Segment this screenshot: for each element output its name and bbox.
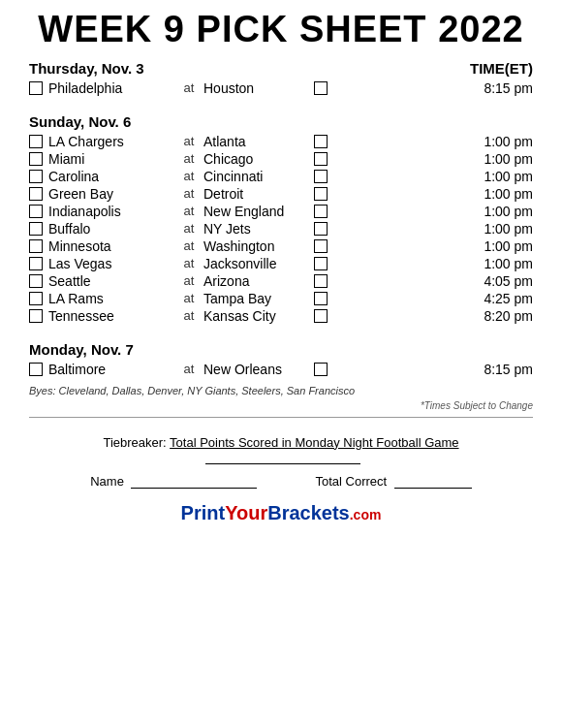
at-separator: at <box>174 308 203 323</box>
game-time: 8:15 pm <box>328 362 533 377</box>
home-team-checkbox[interactable] <box>29 239 43 253</box>
home-team-name: Buffalo <box>48 221 174 237</box>
game-time: 1:00 pm <box>328 169 533 184</box>
at-separator: at <box>174 204 203 218</box>
away-team-name: Chicago <box>203 151 310 167</box>
at-separator: at <box>174 221 203 236</box>
home-team-name: Indianapolis <box>48 204 174 219</box>
home-team-checkbox[interactable] <box>29 309 43 323</box>
game-row: MiamiatChicago1:00 pm <box>29 151 533 167</box>
game-time: 4:05 pm <box>328 273 533 289</box>
section-header-label: Sunday, Nov. 6 <box>29 113 131 130</box>
home-team-checkbox[interactable] <box>29 187 43 201</box>
total-input-line <box>394 488 472 489</box>
at-separator: at <box>174 291 203 305</box>
away-team-checkbox[interactable] <box>314 170 328 183</box>
name-input-line <box>131 488 257 489</box>
footer-brand: PrintYourBrackets.com <box>29 502 533 524</box>
game-time: 4:25 pm <box>328 291 533 306</box>
game-row: LA ChargersatAtlanta1:00 pm <box>29 134 533 149</box>
home-team-checkbox[interactable] <box>29 292 43 305</box>
at-separator: at <box>174 151 203 166</box>
away-team-name: Houston <box>203 80 310 96</box>
home-team-name: LA Rams <box>48 291 174 306</box>
page-title: WEEK 9 PICK SHEET 2022 <box>29 10 533 50</box>
home-team-name: Tennessee <box>48 308 174 324</box>
away-team-name: Cincinnati <box>203 169 310 184</box>
away-team-name: Atlanta <box>203 134 310 149</box>
away-team-name: Detroit <box>203 186 310 202</box>
game-time: 8:20 pm <box>328 308 533 324</box>
home-team-checkbox[interactable] <box>29 170 43 183</box>
brand-your: Your <box>225 502 267 523</box>
game-time: 1:00 pm <box>328 186 533 202</box>
home-team-checkbox[interactable] <box>29 205 43 218</box>
away-team-name: New Orleans <box>203 362 310 377</box>
game-row: SeattleatArizona4:05 pm <box>29 273 533 289</box>
section-header: Sunday, Nov. 6 <box>29 113 533 130</box>
at-separator: at <box>174 186 203 201</box>
away-team-checkbox[interactable] <box>314 292 328 305</box>
away-team-checkbox[interactable] <box>314 239 328 253</box>
home-team-checkbox[interactable] <box>29 81 43 95</box>
away-team-checkbox[interactable] <box>314 81 328 95</box>
at-separator: at <box>174 238 203 253</box>
home-team-name: Carolina <box>48 169 174 184</box>
game-time: 1:00 pm <box>328 238 533 254</box>
home-team-checkbox[interactable] <box>29 135 43 148</box>
home-team-checkbox[interactable] <box>29 152 43 166</box>
section-header: Monday, Nov. 7 <box>29 341 533 358</box>
times-subject-text: *Times Subject to Change <box>29 400 533 411</box>
tiebreaker-label: Tiebreaker: <box>103 435 170 450</box>
away-team-name: Tampa Bay <box>203 291 310 306</box>
away-team-name: Kansas City <box>203 308 310 324</box>
section-header: Thursday, Nov. 3TIME(ET) <box>29 60 533 77</box>
game-row: TennesseeatKansas City8:20 pm <box>29 308 533 324</box>
away-team-name: Jacksonville <box>203 256 310 271</box>
game-row: Green BayatDetroit1:00 pm <box>29 186 533 202</box>
away-team-name: NY Jets <box>203 221 310 237</box>
away-team-checkbox[interactable] <box>314 152 328 166</box>
home-team-name: Philadelphia <box>48 80 174 96</box>
away-team-name: Arizona <box>203 273 310 289</box>
game-time: 1:00 pm <box>328 134 533 149</box>
game-row: Las VegasatJacksonville1:00 pm <box>29 256 533 271</box>
away-team-checkbox[interactable] <box>314 187 328 201</box>
home-team-checkbox[interactable] <box>29 274 43 288</box>
away-team-checkbox[interactable] <box>314 257 328 270</box>
at-separator: at <box>174 362 203 376</box>
away-team-checkbox[interactable] <box>314 222 328 236</box>
byes-text: Byes: Cleveland, Dallas, Denver, NY Gian… <box>29 385 533 396</box>
brand-dotcom: .com <box>350 507 382 522</box>
home-team-name: LA Chargers <box>48 134 174 149</box>
home-team-name: Seattle <box>48 273 174 289</box>
name-total-row: Name Total Correct <box>29 474 533 489</box>
away-team-checkbox[interactable] <box>314 274 328 288</box>
game-time: 1:00 pm <box>328 221 533 237</box>
at-separator: at <box>174 134 203 148</box>
at-separator: at <box>174 80 203 95</box>
game-row: IndianapolisatNew England1:00 pm <box>29 204 533 219</box>
brand-brackets: Brackets <box>267 502 350 523</box>
game-row: MinnesotaatWashington1:00 pm <box>29 238 533 254</box>
away-team-checkbox[interactable] <box>314 309 328 323</box>
at-separator: at <box>174 273 203 288</box>
home-team-checkbox[interactable] <box>29 222 43 236</box>
home-team-checkbox[interactable] <box>29 363 43 376</box>
game-time: 8:15 pm <box>328 80 533 96</box>
home-team-checkbox[interactable] <box>29 257 43 270</box>
section-header-label: Thursday, Nov. 3 <box>29 60 144 77</box>
game-time: 1:00 pm <box>328 151 533 167</box>
away-team-name: Washington <box>203 238 310 254</box>
tiebreaker-text: Total Points Scored in Monday Night Foot… <box>170 435 458 450</box>
brand-print: Print <box>181 502 226 523</box>
at-separator: at <box>174 256 203 270</box>
away-team-checkbox[interactable] <box>314 205 328 218</box>
away-team-checkbox[interactable] <box>314 363 328 376</box>
time-header-label: TIME(ET) <box>470 60 533 77</box>
home-team-name: Minnesota <box>48 238 174 254</box>
home-team-name: Green Bay <box>48 186 174 202</box>
home-team-name: Baltimore <box>48 362 174 377</box>
away-team-checkbox[interactable] <box>314 135 328 148</box>
game-row: CarolinaatCincinnati1:00 pm <box>29 169 533 184</box>
